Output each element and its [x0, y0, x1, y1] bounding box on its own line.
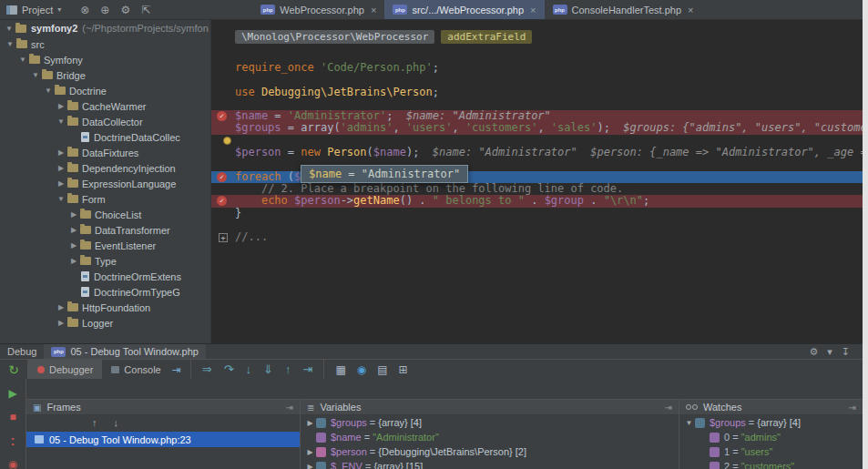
variable-row[interactable]: 1 = "users" [679, 444, 863, 459]
variable-row[interactable]: ▶$_ENV = {array} [15] [301, 459, 679, 469]
variable-row[interactable]: $name = "Administrator" [301, 430, 679, 444]
expander-icon[interactable]: ▶ [304, 463, 316, 469]
settings-icon[interactable]: ⚙ [120, 4, 130, 16]
chevron-icon[interactable]: ▶ [68, 226, 79, 234]
pause-icon[interactable]: ◉ [357, 363, 366, 376]
project-root-row[interactable]: ▼ symfony2 (~/PhpstormProjects/symfon [0, 20, 210, 36]
step-over-icon[interactable]: ↷ [224, 362, 234, 376]
tree-item[interactable]: ▶ChoiceList [0, 207, 210, 222]
step-into-icon[interactable]: ↓ [246, 362, 252, 376]
force-step-into-icon[interactable]: ⇓ [263, 362, 273, 376]
tree-item[interactable]: ▶HttpFoundation [0, 300, 210, 315]
tree-item[interactable]: DoctrineDataCollec [0, 129, 210, 145]
chevron-icon[interactable]: ▶ [56, 148, 66, 157]
code-area[interactable]: require_once 'Code/Person.php';use Debug… [211, 47, 863, 243]
folder-icon [80, 257, 91, 265]
hide-panel-icon[interactable]: ↧ [842, 346, 850, 358]
tree-item[interactable]: DoctrineOrmTypeG [0, 284, 210, 300]
chevron-down-icon[interactable]: ▾ [827, 346, 832, 358]
breadcrumb-item[interactable]: \Monolog\Processor\WebProcessor [235, 30, 434, 44]
settings-icon[interactable]: ⚙ [809, 346, 818, 358]
tab-close-icon[interactable]: × [371, 5, 376, 15]
chevron-expanded-icon[interactable]: ▼ [4, 25, 15, 33]
tree-item[interactable]: ▶DataTransformer [0, 222, 210, 238]
variable-row[interactable]: ▶$person = {Debugging\JetBrains\Person} … [301, 444, 679, 459]
chevron-icon[interactable]: ▶ [56, 319, 66, 327]
show-execution-point-icon[interactable]: ⇒ [202, 362, 212, 376]
expander-icon[interactable]: ▼ [683, 419, 695, 427]
tree-item[interactable]: ▶DataFixtures [0, 145, 210, 160]
tree-item[interactable]: ▼Symfony [0, 52, 210, 67]
close-icon[interactable]: ⊗ [80, 4, 89, 16]
expander-icon[interactable]: ▶ [304, 419, 316, 427]
next-frame-icon[interactable]: ↓ [114, 417, 119, 428]
intention-bulb-icon[interactable] [223, 137, 231, 145]
editor-tab[interactable]: ConsoleHandlerTest.php× [545, 0, 702, 19]
chevron-icon[interactable]: ▶ [68, 210, 79, 219]
prev-frame-icon[interactable]: ↑ [92, 417, 97, 428]
view-breakpoints-icon[interactable]: : [11, 435, 15, 446]
chevron-icon[interactable]: ▼ [30, 71, 41, 79]
debug-session-tab[interactable]: 05 - Debug Tool Window.php [44, 344, 205, 359]
rerun-program-icon[interactable]: ↻ [0, 362, 27, 377]
breakpoint-icon[interactable] [217, 172, 227, 182]
breakpoint-icon[interactable] [217, 111, 227, 121]
tree-item[interactable]: ▼src [0, 36, 210, 52]
tab-close-icon[interactable]: × [530, 5, 536, 15]
variable-row[interactable]: ▼$groups = {array} [4] [679, 415, 863, 430]
step-out-icon[interactable]: ↑ [285, 362, 291, 376]
run-to-cursor-icon[interactable]: ⇥ [302, 362, 312, 376]
code-token: . [525, 194, 545, 207]
chevron-icon[interactable]: ▶ [56, 102, 66, 110]
editor-tab[interactable]: src/.../WebProcessor.php× [384, 0, 544, 19]
tree-item[interactable]: ▶EventListener [0, 238, 210, 253]
chevron-icon[interactable]: ▼ [5, 40, 15, 48]
hide-panel-icon[interactable]: ⇱ [141, 4, 150, 16]
minimize-panel-icon[interactable]: ⇥ [849, 403, 856, 413]
project-view-selector[interactable]: Project ▾ [0, 0, 67, 19]
chevron-icon[interactable]: ▼ [43, 87, 54, 95]
chevron-icon[interactable]: ▶ [56, 164, 66, 172]
variable-row[interactable]: ▶$groups = {array} [4] [301, 415, 679, 430]
expander-icon[interactable]: ▶ [304, 448, 316, 456]
pin-console-output-icon[interactable]: ⇥ [172, 363, 181, 376]
tree-item[interactable]: ▶Type [0, 253, 210, 269]
chevron-icon[interactable]: ▶ [56, 179, 66, 188]
breadcrumb-item[interactable]: addExtraField [441, 30, 532, 44]
pin-tab-icon[interactable]: ⊞ [399, 363, 408, 376]
debug-tab-debugger[interactable]: Debugger [28, 360, 102, 379]
resume-program-icon[interactable]: ▶ [8, 388, 16, 399]
fold-icon[interactable] [219, 233, 228, 242]
editor[interactable]: \Monolog\Processor\WebProcessoraddExtraF… [211, 20, 863, 343]
code-token [235, 194, 261, 207]
tree-item[interactable]: ▼Doctrine [0, 83, 210, 98]
tree-item[interactable]: ▶CacheWarmer [0, 98, 210, 114]
chevron-icon[interactable]: ▶ [68, 257, 79, 265]
locate-file-icon[interactable]: ⊕ [100, 4, 109, 16]
frame-row-selected[interactable]: 05 - Debug Tool Window.php:23 [26, 432, 300, 447]
tree-item[interactable]: ▼DataCollector [0, 114, 210, 129]
editor-tab[interactable]: WebProcessor.php× [252, 0, 384, 19]
minimize-panel-icon[interactable]: ⇥ [286, 403, 293, 413]
minimize-panel-icon[interactable]: ⇥ [665, 403, 672, 413]
chevron-icon[interactable]: ▼ [56, 195, 66, 203]
tab-close-icon[interactable]: × [688, 5, 693, 15]
tree-item[interactable]: ▼Form [0, 191, 210, 207]
tree-item[interactable]: ▶DependencyInjection [0, 160, 210, 176]
tree-item[interactable]: DoctrineOrmExtens [0, 269, 210, 284]
mute-breakpoints-icon[interactable]: ◉ [8, 459, 17, 469]
chevron-icon[interactable]: ▼ [56, 117, 66, 126]
chevron-icon[interactable]: ▶ [56, 303, 66, 311]
evaluate-expression-icon[interactable]: ▤ [377, 363, 387, 376]
variable-row[interactable]: 0 = "admins" [679, 430, 863, 444]
breakpoint-icon[interactable] [217, 196, 227, 206]
tree-item[interactable]: ▼Bridge [0, 67, 210, 83]
chevron-icon[interactable]: ▶ [68, 241, 79, 250]
debug-tab-console[interactable]: Console [102, 360, 169, 379]
restore-layout-icon[interactable]: ▦ [335, 363, 345, 376]
stop-icon[interactable]: ■ [9, 412, 15, 423]
tree-item[interactable]: ▶ExpressionLanguage [0, 176, 210, 191]
chevron-icon[interactable]: ▼ [17, 56, 28, 64]
tree-item[interactable]: ▶Logger [0, 315, 210, 331]
variable-row[interactable]: 2 = "customers" [679, 459, 863, 469]
